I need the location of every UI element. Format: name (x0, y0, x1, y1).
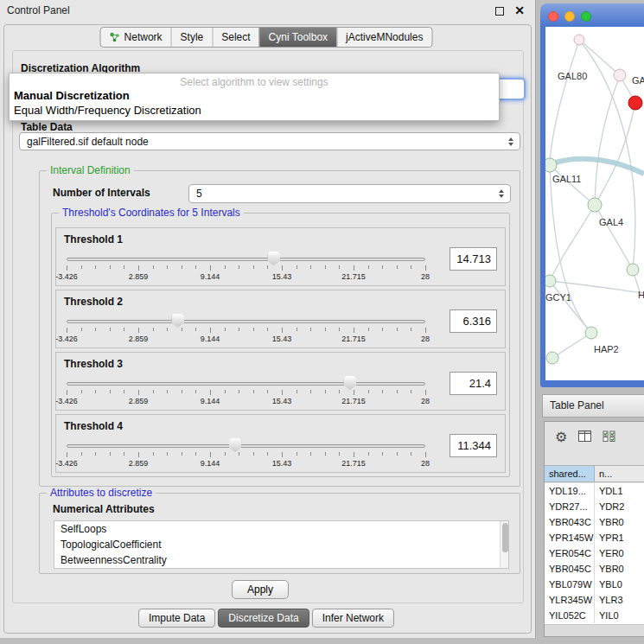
threshold-value-field[interactable]: 14.713 (450, 247, 497, 271)
tab-label: jActiveMNodules (346, 31, 423, 43)
close-traffic-light-icon[interactable] (548, 11, 558, 22)
cell-name[interactable]: YDR2 (595, 499, 644, 514)
tab-style[interactable]: Style (171, 28, 213, 47)
slider-thumb-icon[interactable] (171, 314, 184, 328)
cell-name[interactable]: YBR0 (595, 514, 644, 530)
apply-button[interactable]: Apply (232, 580, 289, 599)
dropdown-prompt: Select algorithm to view settings (10, 73, 499, 88)
dropdown-options: Manual DiscretizationEqual Width/Frequen… (10, 88, 499, 118)
slider-scale-labels: -3.4262.8599.14415.4321.71528 (67, 397, 425, 407)
cell-shared-name[interactable]: YPR145W (545, 530, 595, 545)
bottom-tab-infer-network[interactable]: Infer Network (312, 609, 394, 628)
attribute-item-topologicalcoefficient[interactable]: TopologicalCoefficient (54, 537, 508, 552)
svg-text:GAL4: GAL4 (599, 217, 623, 227)
float-window-icon[interactable] (495, 7, 504, 16)
slider-track[interactable] (67, 444, 425, 448)
num-intervals-combobox[interactable]: 5 (188, 184, 511, 203)
thresholds-group: Threshold's Coordinates for 5 Intervals … (51, 213, 510, 477)
threshold-value-field[interactable]: 6.316 (450, 309, 497, 333)
column-header-shared-name[interactable]: shared... (545, 466, 595, 481)
svg-text:GAL11: GAL11 (552, 174, 581, 184)
table-row[interactable]: YDL19...YDL1 (545, 483, 644, 499)
table-header-row: shared... n... (545, 465, 644, 482)
numerical-attributes-heading: Numerical Attributes (53, 503, 155, 515)
threshold-value-field[interactable]: 11.344 (450, 434, 497, 457)
network-canvas[interactable]: GAL80GAGAL11GAL4GCY1HHAP2 (545, 27, 644, 380)
tab-network[interactable]: Network (101, 28, 171, 47)
slider-thumb-icon[interactable] (343, 376, 356, 390)
slider-track[interactable] (67, 258, 425, 261)
dropdown-option-equal-width-frequency-discretization[interactable]: Equal Width/Frequency Discretization (10, 103, 499, 118)
svg-text:H: H (638, 290, 644, 300)
slider-ticks (67, 452, 425, 458)
tab-label: Cyni Toolbox (269, 31, 328, 43)
slider-track[interactable] (67, 382, 425, 386)
cell-shared-name[interactable]: YBR043C (545, 514, 595, 530)
threshold-label: Threshold 3 (64, 358, 123, 370)
dropdown-option-manual-discretization[interactable]: Manual Discretization (10, 88, 499, 103)
cell-name[interactable]: YPR1 (595, 530, 644, 545)
scrollbar-thumb[interactable] (502, 523, 508, 552)
threshold-label: Threshold 1 (64, 233, 123, 245)
attributes-scrollbar[interactable] (500, 521, 508, 568)
minimize-traffic-light-icon[interactable] (564, 11, 575, 22)
zoom-traffic-light-icon[interactable] (581, 11, 591, 22)
threshold-panel-2: Threshold 2-3.4262.8599.14415.4321.71528… (55, 290, 506, 348)
table-row[interactable]: YIL052CYIL0 (545, 608, 644, 623)
cell-shared-name[interactable]: YBL079W (545, 577, 595, 592)
table-row[interactable]: YPR145WYPR1 (545, 530, 644, 545)
threshold-value-field[interactable]: 21.4 (450, 372, 497, 395)
bottom-tab-impute-data[interactable]: Impute Data (138, 609, 215, 628)
table-data-combobox[interactable]: galFiltered.sif default node (19, 132, 520, 150)
attributes-list: SelfLoopsTopologicalCoefficientBetweenne… (54, 520, 509, 569)
cell-name[interactable]: YIL0 (595, 608, 644, 623)
threshold-slider[interactable]: -3.4262.8599.14415.4321.71528 (67, 375, 425, 410)
network-view-window: GAL80GAGAL11GAL4GCY1HHAP2 (540, 3, 644, 387)
tab-label: Select (221, 31, 250, 43)
bottom-tab-discretize-data[interactable]: Discretize Data (218, 609, 309, 628)
cell-name[interactable]: YLR3 (595, 592, 644, 608)
column-header-name[interactable]: n... (595, 466, 644, 481)
threshold-label: Threshold 2 (64, 296, 123, 308)
cell-shared-name[interactable]: YER054C (545, 545, 595, 561)
table-hscrollbar-area[interactable] (545, 624, 644, 636)
cell-name[interactable]: YBR0 (595, 561, 644, 577)
network-icon (110, 32, 120, 42)
svg-text:HAP2: HAP2 (594, 344, 619, 354)
table-data-value: galFiltered.sif default node (27, 136, 149, 148)
slider-thumb-icon[interactable] (267, 252, 280, 265)
cell-name[interactable]: YER0 (595, 545, 644, 561)
columns-icon[interactable] (578, 430, 591, 445)
table-row[interactable]: YBL079WYBL0 (545, 577, 644, 592)
svg-text:GCY1: GCY1 (545, 292, 571, 303)
threshold-slider[interactable]: -3.4262.8599.14415.4321.71528 (67, 313, 425, 348)
cell-shared-name[interactable]: YBR045C (545, 561, 595, 577)
threshold-slider[interactable]: -3.4262.8599.14415.4321.71528 (67, 437, 425, 472)
attribute-item-betweennesscentrality[interactable]: BetweennessCentrality (54, 552, 508, 568)
gear-icon[interactable]: ⚙ (555, 430, 567, 444)
slider-ticks (67, 390, 425, 396)
table-row[interactable]: YBR043CYBR0 (545, 514, 644, 530)
cell-shared-name[interactable]: YIL052C (545, 608, 595, 623)
cell-shared-name[interactable]: YDR27... (545, 499, 595, 514)
tab-select[interactable]: Select (212, 28, 258, 47)
column-select-icon[interactable] (603, 430, 616, 445)
slider-track[interactable] (67, 320, 425, 323)
slider-thumb-icon[interactable] (229, 438, 242, 452)
table-row[interactable]: YLR345WYLR3 (545, 592, 644, 608)
cell-shared-name[interactable]: YDL19... (545, 483, 595, 499)
threshold-slider[interactable]: -3.4262.8599.14415.4321.71528 (67, 251, 425, 285)
tab-jactivemnodules[interactable]: jActiveMNodules (336, 28, 431, 47)
cell-shared-name[interactable]: YLR345W (545, 592, 595, 608)
threshold-panel-4: Threshold 4-3.4262.8599.14415.4321.71528… (55, 414, 506, 473)
table-rows: YDL19...YDL1YDR27...YDR2YBR043CYBR0YPR14… (545, 483, 644, 626)
table-row[interactable]: YDR27...YDR2 (545, 499, 644, 514)
table-row[interactable]: YBR045CYBR0 (545, 561, 644, 577)
table-row[interactable]: YER054CYER0 (545, 545, 644, 561)
tab-cyni-toolbox[interactable]: Cyni Toolbox (259, 28, 336, 47)
interval-definition-group: Interval Definition Number of Intervals … (39, 170, 520, 487)
attribute-item-selfloops[interactable]: SelfLoops (54, 521, 508, 537)
close-icon[interactable]: ✕ (514, 3, 525, 17)
cell-name[interactable]: YDL1 (595, 483, 644, 499)
cell-name[interactable]: YBL0 (595, 577, 644, 592)
